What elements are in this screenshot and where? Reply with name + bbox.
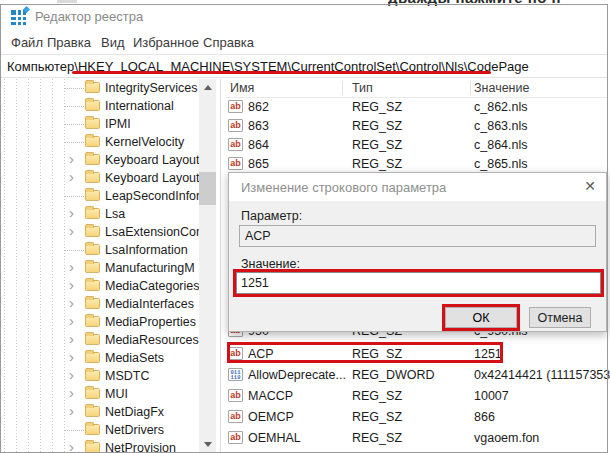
close-icon[interactable]: ✕	[584, 178, 596, 194]
tree-item-label: LeapSecondInform	[105, 189, 211, 203]
column-header-type[interactable]: Тип	[352, 81, 373, 95]
tree-item-ipmi[interactable]: IPMI	[0, 115, 198, 133]
tree-item-mediasets[interactable]: ›MediaSets	[0, 349, 198, 367]
name-cell: OEMHAL	[248, 431, 348, 445]
string-value-icon: ab	[228, 100, 243, 113]
column-header-value[interactable]: Значение	[474, 81, 529, 95]
edit-string-dialog: Изменение строкового параметра ✕ Парамет…	[228, 172, 607, 332]
list-row-oemcp[interactable]: abOEMCPREG_SZ866	[225, 408, 608, 427]
tree-item-international[interactable]: International	[0, 97, 198, 115]
tree-item-label: IntegrityServices	[105, 81, 197, 95]
tree-item-leapsecondinform[interactable]: LeapSecondInform	[0, 187, 198, 205]
string-value-icon: ab	[228, 389, 243, 402]
window-title: Редактор реестра	[35, 9, 143, 24]
folder-icon	[85, 352, 100, 363]
tree-item-mediacategories[interactable]: ›MediaCategories	[0, 277, 198, 295]
clipped-overlay-text-content: дважды нажмите по п	[388, 0, 561, 6]
tree-item-lsainformation[interactable]: LsaInformation	[0, 241, 198, 259]
menu-help[interactable]: Справка	[199, 34, 258, 51]
chevron-right-icon[interactable]: ›	[69, 348, 74, 366]
chevron-right-icon[interactable]: ›	[69, 258, 74, 276]
tree-item-label: MediaInterfaces	[105, 297, 194, 311]
folder-icon	[85, 334, 100, 345]
param-name-field: ACP	[239, 225, 596, 247]
address-bar[interactable]: Компьютер\HKEY_LOCAL_MACHINE\SYSTEM\Curr…	[1, 54, 607, 78]
tree-item-mediaproperties[interactable]: ›MediaProperties	[0, 313, 198, 331]
chevron-right-icon[interactable]: ›	[69, 168, 74, 186]
tree-item-mui[interactable]: ›MUI	[0, 385, 198, 403]
folder-icon	[85, 370, 100, 381]
tree-item-label: ManufacturingM	[105, 261, 195, 275]
list-row-maccp[interactable]: abMACCPREG_SZ10007	[225, 387, 608, 406]
name-cell: 863	[248, 119, 348, 133]
list-row-862[interactable]: ab862REG_SZc_862.nls	[225, 98, 608, 117]
list-row-oemhal[interactable]: abOEMHALREG_SZvgaoem.fon	[225, 429, 608, 448]
folder-icon	[85, 442, 100, 453]
type-cell: REG_SZ	[352, 157, 470, 171]
list-row-864[interactable]: ab864REG_SZc_864.nls	[225, 136, 608, 155]
value-cell: c_863.nls	[474, 119, 606, 133]
folder-icon	[85, 100, 100, 111]
scrollbar-thumb[interactable]	[199, 172, 216, 205]
string-value-icon: ab	[228, 431, 243, 444]
type-cell: REG_SZ	[352, 100, 470, 114]
string-value-icon: ab	[228, 347, 243, 360]
chevron-right-icon[interactable]: ›	[69, 438, 74, 453]
tree-elbow-connector	[64, 106, 84, 107]
chevron-right-icon[interactable]: ›	[69, 204, 74, 222]
folder-icon	[85, 226, 100, 237]
menu-edit[interactable]: Правка	[43, 34, 95, 51]
folder-icon	[85, 154, 100, 165]
tree-item-label: Lsa	[105, 207, 125, 221]
chevron-right-icon[interactable]: ›	[69, 312, 74, 330]
clipped-overlay-text: дважды нажмите по п	[388, 0, 610, 7]
cancel-button[interactable]: Отмена	[529, 307, 591, 328]
scroll-down-button[interactable]	[199, 436, 216, 453]
chevron-right-icon[interactable]: ›	[69, 294, 74, 312]
tree-scrollbar[interactable]	[199, 79, 216, 453]
chevron-right-icon[interactable]: ›	[69, 222, 74, 240]
value-input[interactable]	[236, 272, 601, 294]
chevron-right-icon[interactable]: ›	[69, 276, 74, 294]
pane-splitter[interactable]	[220, 79, 221, 453]
menu-view[interactable]: Вид	[97, 34, 129, 51]
type-cell: REG_SZ	[352, 347, 470, 361]
menu-file[interactable]: Файл	[7, 34, 47, 51]
folder-icon	[85, 388, 100, 399]
tree-item-mediaresources[interactable]: ›MediaResources	[0, 331, 198, 349]
column-header-name[interactable]: Имя	[230, 81, 254, 95]
chevron-right-icon[interactable]: ›	[69, 150, 74, 168]
scroll-up-button[interactable]	[199, 79, 216, 96]
tree-item-kernelvelocity[interactable]: KernelVelocity	[0, 133, 198, 151]
tree-item-msdtc[interactable]: ›MSDTC	[0, 367, 198, 385]
tree-item-integrityservices[interactable]: IntegrityServices	[0, 79, 198, 97]
list-row-863[interactable]: ab863REG_SZc_863.nls	[225, 117, 608, 136]
tree-item-keyboard-layouts[interactable]: ›Keyboard Layouts	[0, 169, 198, 187]
type-cell: REG_SZ	[352, 138, 470, 152]
ok-button[interactable]: ОК	[445, 307, 517, 328]
tree-elbow-connector	[64, 142, 84, 143]
chevron-right-icon[interactable]: ›	[69, 366, 74, 384]
tree-item-label: KernelVelocity	[105, 135, 184, 149]
tree-item-label: Keyboard Layout	[105, 153, 200, 167]
tree-item-netdiagfx[interactable]: ›NetDiagFx	[0, 403, 198, 421]
tree-item-netdrivers[interactable]: NetDrivers	[0, 421, 198, 439]
list-row-acp[interactable]: abACPREG_SZ1251	[225, 345, 608, 364]
column-separator[interactable]	[470, 81, 471, 95]
tree-item-lsa[interactable]: ›Lsa	[0, 205, 198, 223]
value-cell: c_865.nls	[474, 157, 606, 171]
chevron-right-icon[interactable]: ›	[69, 402, 74, 420]
tree-item-mediainterfaces[interactable]: ›MediaInterfaces	[0, 295, 198, 313]
tree-item-lsaextensioncon[interactable]: ›LsaExtensionCon	[0, 223, 198, 241]
triangle-down-icon	[204, 442, 212, 447]
tree-item-keyboard-layout[interactable]: ›Keyboard Layout	[0, 151, 198, 169]
tree-elbow-connector	[64, 88, 84, 89]
value-cell: vgaoem.fon	[474, 431, 606, 445]
menu-favorites[interactable]: Избранное	[129, 34, 203, 51]
tree-item-netprovision[interactable]: ›NetProvision	[0, 439, 198, 453]
column-separator[interactable]	[342, 81, 343, 95]
tree-item-manufacturingm[interactable]: ›ManufacturingM	[0, 259, 198, 277]
chevron-right-icon[interactable]: ›	[69, 330, 74, 348]
list-row-allowdeprecate[interactable]: 011110AllowDeprecate...REG_DWORD0x424144…	[225, 366, 608, 385]
chevron-right-icon[interactable]: ›	[69, 384, 74, 402]
